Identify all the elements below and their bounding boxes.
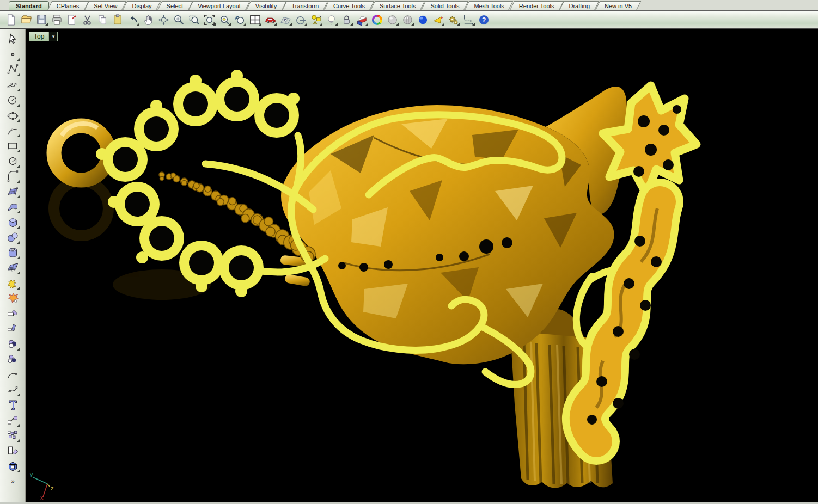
toolbar-button-print[interactable]: [51, 14, 63, 26]
toolbar-button-selection-filter[interactable]: [310, 14, 322, 26]
cut-icon: [81, 14, 94, 26]
sidebar-button-select[interactable]: [5, 33, 20, 46]
tab-curve-tools[interactable]: Curve Tools: [326, 1, 372, 10]
sidebar-button-surface-from-points[interactable]: [5, 185, 20, 198]
sidebar-button-join[interactable]: [5, 337, 20, 351]
toolbar-button-zoom-extents[interactable]: [203, 14, 216, 26]
toolbar-button-help[interactable]: ?: [478, 14, 490, 26]
extend-icon: [5, 383, 20, 396]
join-icon: [5, 337, 20, 351]
toolbar-button-cplane-preview[interactable]: [279, 14, 292, 26]
sidebar-button-object-snap[interactable]: [5, 459, 20, 472]
sidebar-button-extend[interactable]: [5, 383, 20, 396]
toolbar-button-rotate-view[interactable]: [157, 14, 170, 26]
tab-set-view[interactable]: Set View: [87, 1, 124, 10]
sidebar-button-boolean[interactable]: [5, 276, 20, 290]
sidebar-button-fillet[interactable]: [5, 368, 20, 381]
undo-icon: [127, 14, 139, 26]
save-icon: [35, 14, 48, 26]
lights-icon: [325, 14, 338, 26]
sidebar-button-split[interactable]: [5, 322, 20, 335]
sidebar-button-polygon[interactable]: [5, 155, 20, 168]
sidebar-button-sphere[interactable]: [5, 231, 20, 244]
toolbar-button-viewport-layout[interactable]: [249, 14, 261, 26]
sidebar-button-free-form-surface[interactable]: [5, 200, 20, 213]
sidebar-button-curve-fillet[interactable]: [5, 170, 20, 183]
toolbar-button-zoom-window[interactable]: [188, 14, 200, 26]
axis-z-label: z: [51, 485, 54, 491]
viewport-title-label[interactable]: Top: [29, 32, 48, 41]
tab-drafting[interactable]: Drafting: [561, 1, 597, 10]
toolbar-button-shaded-viewport[interactable]: [386, 14, 399, 26]
tab-display[interactable]: Display: [125, 1, 158, 10]
tab-visibility[interactable]: Visibility: [248, 1, 284, 10]
toolbar-button-dimensions[interactable]: [462, 14, 475, 26]
sidebar-button-arc[interactable]: [5, 124, 20, 137]
viewport-title-dropdown[interactable]: ▼: [48, 32, 58, 41]
tab-cplanes[interactable]: CPlanes: [50, 1, 87, 10]
toolbar-button-named-views[interactable]: [264, 14, 277, 26]
toolbar-button-rendered-viewport[interactable]: [401, 14, 414, 26]
toolbar-button-open-file[interactable]: [20, 14, 33, 26]
tab-label: Render Tools: [519, 3, 554, 9]
toolbar-button-export-selected[interactable]: [66, 14, 78, 26]
sphere-icon: [5, 231, 20, 244]
tab-label: Visibility: [255, 3, 277, 9]
toolbar-button-zoom-selected[interactable]: [218, 14, 231, 26]
toolbar-button-cut[interactable]: [81, 14, 94, 26]
sidebar-button-trim[interactable]: [5, 307, 20, 320]
sidebar-button-cylinder[interactable]: [5, 246, 20, 259]
tab-render-tools[interactable]: Render Tools: [512, 1, 561, 10]
sidebar-button-box[interactable]: [5, 216, 20, 229]
sidebar-button-hide[interactable]: [5, 444, 20, 457]
bead: [266, 227, 275, 236]
viewport-3d-model[interactable]: [26, 29, 818, 502]
rotate-view-icon: [157, 14, 170, 26]
toolbar-button-render[interactable]: [417, 14, 429, 26]
sidebar-button-more-tools[interactable]: »: [5, 475, 20, 488]
toolbar-button-set-cplane[interactable]: [295, 14, 307, 26]
zoom-extents-icon: [203, 14, 216, 26]
sidebar-button-ellipse[interactable]: [5, 109, 20, 122]
sidebar-button-text[interactable]: [5, 398, 20, 411]
toolbar-button-layers[interactable]: [356, 14, 368, 26]
fillet-icon: [5, 368, 20, 381]
surface-from-points-icon: [5, 185, 20, 198]
toolbar-button-undo-view-change[interactable]: [234, 14, 246, 26]
viewport-top[interactable]: Top ▼ y x z: [26, 29, 818, 502]
toolbar-button-lock-objects[interactable]: [340, 14, 353, 26]
toolbar-button-copy[interactable]: [96, 14, 109, 26]
tab-standard[interactable]: Standard: [9, 1, 49, 10]
tab-label: Solid Tools: [430, 3, 459, 9]
sidebar-button-group[interactable]: [5, 353, 20, 366]
toolbar-button-paste[interactable]: [112, 14, 124, 26]
curve-fillet-icon: [5, 170, 20, 183]
tab-select[interactable]: Select: [160, 1, 191, 10]
toolbar-button-new-document[interactable]: [5, 14, 17, 26]
toolbar-button-color-wheel[interactable]: [371, 14, 383, 26]
tab-viewport-layout[interactable]: Viewport Layout: [191, 1, 248, 10]
sidebar-button-point[interactable]: [5, 48, 20, 61]
toolbar-button-zoom-dynamic[interactable]: [173, 14, 185, 26]
toolbar-button-save[interactable]: [35, 14, 48, 26]
tab-surface-tools[interactable]: Surface Tools: [373, 1, 423, 10]
toolbar-button-undo[interactable]: [127, 14, 139, 26]
toolbar-button-render-preview[interactable]: [432, 14, 444, 26]
sidebar-button-circle[interactable]: [5, 94, 20, 107]
tab-transform[interactable]: Transform: [284, 1, 326, 10]
tab-label: Mesh Tools: [474, 3, 504, 9]
sidebar-button-mesh-surface[interactable]: [5, 261, 20, 274]
toolbar-button-pan[interactable]: [142, 14, 155, 26]
sidebar-button-explode[interactable]: [5, 292, 20, 305]
sidebar-button-move[interactable]: [5, 414, 20, 427]
tab-solid-tools[interactable]: Solid Tools: [423, 1, 466, 10]
tab-mesh-tools[interactable]: Mesh Tools: [467, 1, 511, 10]
open-file-icon: [20, 14, 33, 26]
sidebar-button-polyline[interactable]: [5, 63, 20, 76]
sidebar-button-control-point-curve[interactable]: [5, 78, 20, 91]
sidebar-button-rectangle[interactable]: [5, 139, 20, 152]
sidebar-button-array[interactable]: [5, 429, 20, 442]
toolbar-button-lights[interactable]: [325, 14, 338, 26]
toolbar-button-options[interactable]: [447, 14, 460, 26]
tab-new-in-v5[interactable]: New in V5: [597, 1, 639, 10]
